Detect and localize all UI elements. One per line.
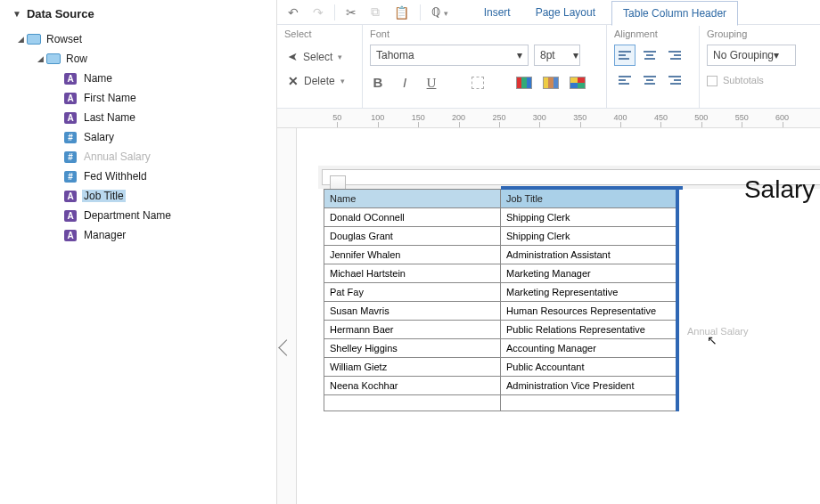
tree-field-job-title[interactable]: AJob Title xyxy=(0,186,276,206)
paste-button[interactable]: 📋 xyxy=(390,4,413,21)
column-header-jobtitle[interactable]: Job Title xyxy=(501,190,677,208)
table-row[interactable]: Neena KochharAdministration Vice Preside… xyxy=(324,377,677,395)
folder-icon xyxy=(46,53,61,64)
table-row[interactable]: Donald OConnellShipping Clerk xyxy=(324,208,677,227)
bold-button[interactable]: B xyxy=(370,75,386,91)
table-row[interactable]: Shelley HigginsAccounting Manager xyxy=(324,339,677,358)
ribbon-group-select-title: Select xyxy=(284,28,355,39)
copy-button[interactable]: ⧉ xyxy=(367,3,383,21)
fill-color-button[interactable] xyxy=(543,77,559,89)
align-top-right[interactable] xyxy=(664,45,685,66)
design-canvas[interactable]: 50100150200250300350400450500550600 Sala… xyxy=(277,109,820,504)
select-button[interactable]: ➤ Select ▾ xyxy=(284,45,355,69)
table-row[interactable]: Pat FayMarketing Representative xyxy=(324,283,677,302)
report-title[interactable]: Salary Repo xyxy=(744,175,820,204)
panel-title-text: Data Source xyxy=(27,7,94,20)
table-empty-row[interactable] xyxy=(324,395,677,411)
text-field-icon: A xyxy=(64,73,77,85)
text-field-icon: A xyxy=(64,230,77,241)
theme-colors-button[interactable] xyxy=(570,77,586,89)
font-family-select[interactable]: Tahoma▾ xyxy=(370,45,529,66)
tree-field-annual-salary[interactable]: #Annual Salary xyxy=(0,147,276,167)
number-field-icon: # xyxy=(64,151,77,163)
tree-field-salary[interactable]: #Salary xyxy=(0,127,276,147)
tree-field-manager[interactable]: AManager xyxy=(0,225,276,245)
text-field-icon: A xyxy=(64,112,77,124)
font-size-select[interactable]: 8pt▾ xyxy=(534,45,580,66)
align-top-left[interactable] xyxy=(614,45,636,66)
top-toolbar: ↶ ↷ ✂ ⧉ 📋 ℚ ▾ Insert Page Layout Table C… xyxy=(277,0,820,25)
underline-button[interactable]: U xyxy=(423,76,439,91)
cut-button[interactable]: ✂ xyxy=(342,4,360,21)
tree-field-name[interactable]: AName xyxy=(0,69,276,88)
align-bottom-left[interactable] xyxy=(614,69,636,91)
ribbon-group-grouping-title: Grouping xyxy=(707,28,813,39)
redo-button[interactable]: ↷ xyxy=(309,4,327,21)
font-color-button[interactable] xyxy=(516,77,532,89)
vertical-ruler xyxy=(277,128,297,504)
subtotals-checkbox[interactable]: Subtotals xyxy=(707,75,813,86)
panel-title: ▼ Data Source xyxy=(0,4,276,29)
report-page: Salary Repo xyxy=(322,169,820,185)
tab-insert[interactable]: Insert xyxy=(475,1,520,24)
tab-page-layout[interactable]: Page Layout xyxy=(527,1,604,24)
italic-button[interactable]: I xyxy=(397,75,413,91)
column-header-name[interactable]: Name xyxy=(324,190,501,208)
delete-button[interactable]: ✕ Delete ▾ xyxy=(284,69,355,93)
delete-icon: ✕ xyxy=(288,74,299,88)
ribbon-group-align-title: Alignment xyxy=(614,28,692,39)
number-field-icon: # xyxy=(64,132,77,143)
text-field-icon: A xyxy=(64,210,77,222)
table-row[interactable]: Hermann BaerPublic Relations Representat… xyxy=(324,321,677,339)
tree-field-last-name[interactable]: ALast Name xyxy=(0,108,276,127)
ribbon: Select ➤ Select ▾ ✕ Delete ▾ Font Tahoma… xyxy=(277,25,820,109)
align-bottom-right[interactable] xyxy=(664,69,685,91)
align-top-center[interactable] xyxy=(639,45,660,66)
data-source-tree: ◢ Rowset ◢ Row ANameAFirst NameALast Nam… xyxy=(0,29,276,245)
table-row[interactable]: Douglas GrantShipping Clerk xyxy=(324,227,677,246)
border-style-button[interactable] xyxy=(472,77,484,89)
tree-field-first-name[interactable]: AFirst Name xyxy=(0,88,276,108)
text-field-icon: A xyxy=(64,93,77,104)
collapse-icon[interactable]: ▼ xyxy=(12,9,21,19)
ribbon-group-font-title: Font xyxy=(370,28,599,39)
grouping-select[interactable]: No Grouping▾ xyxy=(707,45,796,66)
table-row[interactable]: William GietzPublic Accountant xyxy=(324,358,677,377)
tree-node-rowset[interactable]: ◢ Rowset xyxy=(0,29,276,49)
report-table[interactable]: Name Job Title Donald OConnellShipping C… xyxy=(324,189,679,411)
table-row[interactable]: Michael HartsteinMarketing Manager xyxy=(324,264,677,283)
tree-field-department-name[interactable]: ADepartment Name xyxy=(0,206,276,225)
table-row[interactable]: Jennifer WhalenAdministration Assistant xyxy=(324,246,677,264)
align-bottom-center[interactable] xyxy=(639,69,660,91)
undo-button[interactable]: ↶ xyxy=(284,4,302,21)
tree-node-row[interactable]: ◢ Row xyxy=(0,49,276,69)
data-source-panel: ▼ Data Source ◢ Rowset ◢ Row ANameAFirst… xyxy=(0,0,277,504)
horizontal-ruler: 50100150200250300350400450500550600 xyxy=(277,109,820,128)
tab-table-column-header[interactable]: Table Column Header xyxy=(611,1,738,26)
text-field-icon: A xyxy=(64,191,77,202)
tree-field-fed-withheld[interactable]: #Fed Withheld xyxy=(0,167,276,186)
formula-button[interactable]: ℚ ▾ xyxy=(428,4,452,20)
folder-icon xyxy=(27,34,41,45)
number-field-icon: # xyxy=(64,171,77,183)
drag-ghost-label: Annual Salary xyxy=(687,326,749,337)
table-row[interactable]: Susan MavrisHuman Resources Representati… xyxy=(324,302,677,321)
cursor-icon: ➤ xyxy=(288,50,298,63)
